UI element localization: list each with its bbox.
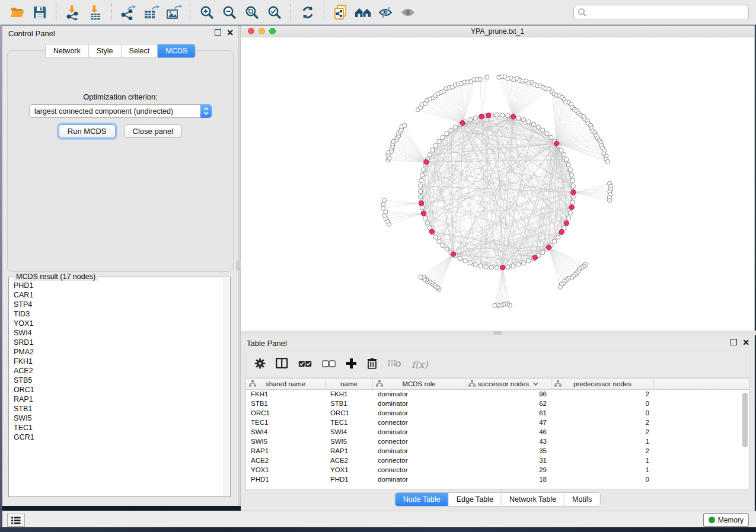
table-settings-gear-icon[interactable] bbox=[254, 358, 266, 371]
export-table-button[interactable] bbox=[142, 4, 160, 21]
cell-name: PHD1 bbox=[326, 475, 373, 485]
column-header-shared-name[interactable]: shared name bbox=[246, 379, 326, 389]
float-panel-icon[interactable] bbox=[215, 29, 221, 36]
deselect-all-icon[interactable] bbox=[322, 359, 336, 370]
cell-shared_name: TEC1 bbox=[246, 418, 326, 428]
mcds-result-item[interactable]: TID3 bbox=[14, 309, 223, 319]
save-session-button[interactable] bbox=[31, 4, 49, 21]
optimization-criterion-dropdown[interactable]: largest connected component (undirected) bbox=[29, 104, 212, 118]
mcds-result-item[interactable]: ORC1 bbox=[14, 385, 223, 395]
network-home-button[interactable] bbox=[355, 4, 372, 21]
run-mcds-button[interactable]: Run MCDS bbox=[59, 124, 116, 138]
mcds-result-item[interactable]: SRD1 bbox=[14, 338, 223, 347]
cell-mcds_role: connector bbox=[373, 437, 465, 447]
column-header-predecessor-nodes[interactable]: predecessor nodes bbox=[551, 379, 654, 389]
open-file-button[interactable] bbox=[8, 4, 26, 21]
tab-style[interactable]: Style bbox=[89, 44, 122, 57]
mcds-result-item[interactable]: PMA2 bbox=[14, 347, 223, 357]
mcds-result-item[interactable]: YOX1 bbox=[14, 319, 223, 328]
mcds-result-item[interactable]: FKH1 bbox=[14, 357, 223, 366]
mcds-result-item[interactable]: ACE2 bbox=[14, 366, 223, 376]
import-network-button[interactable] bbox=[64, 4, 82, 21]
table-row[interactable]: ORC1ORC1dominator610 bbox=[246, 409, 749, 418]
import-table-button[interactable] bbox=[87, 4, 104, 21]
column-header-name[interactable]: name bbox=[326, 379, 373, 389]
mcds-result-item[interactable]: STB5 bbox=[14, 376, 223, 385]
mcds-result-item[interactable]: SWI4 bbox=[14, 328, 223, 338]
export-image-button[interactable] bbox=[165, 4, 183, 21]
cell-successor_nodes: 47 bbox=[465, 418, 551, 428]
table-row[interactable]: STB1STB1dominator620 bbox=[246, 399, 749, 409]
table-tab-edge-table[interactable]: Edge Table bbox=[449, 493, 502, 506]
mcds-result-item[interactable]: STP4 bbox=[14, 300, 223, 309]
network-canvas[interactable] bbox=[241, 37, 754, 331]
table-row[interactable]: PHD1PHD1dominator180 bbox=[246, 475, 749, 485]
select-all-icon[interactable] bbox=[298, 359, 312, 370]
zoom-out-button[interactable] bbox=[221, 4, 238, 21]
delete-column-trash-icon[interactable] bbox=[367, 358, 377, 371]
clone-network-button[interactable] bbox=[332, 4, 350, 21]
mcds-result-item[interactable]: PHD1 bbox=[14, 281, 223, 290]
table-scrollbar-thumb[interactable] bbox=[742, 393, 748, 447]
cell-successor_nodes: 29 bbox=[465, 466, 551, 475]
table-row[interactable]: RAP1RAP1dominator352 bbox=[246, 447, 749, 456]
network-view-window: YPA_prune.txt_1 bbox=[241, 25, 755, 331]
cell-name: FKH1 bbox=[326, 390, 373, 399]
table-row[interactable]: SWI5SWI5connector431 bbox=[246, 437, 749, 447]
table-row[interactable]: ACE2ACE2connector311 bbox=[246, 456, 749, 466]
network-window-title: YPA_prune.txt_1 bbox=[241, 27, 754, 36]
horizontal-split-grip[interactable] bbox=[493, 331, 502, 335]
close-panel-button[interactable]: Close panel bbox=[124, 124, 183, 138]
add-column-icon[interactable] bbox=[346, 358, 357, 371]
mcds-result-item[interactable]: TEC1 bbox=[14, 423, 223, 432]
mcds-result-item[interactable]: RAP1 bbox=[14, 395, 223, 404]
split-columns-icon[interactable] bbox=[276, 358, 288, 371]
table-tab-network-table[interactable]: Network Table bbox=[502, 493, 564, 506]
table-row[interactable]: FKH1FKH1dominator962 bbox=[246, 390, 749, 399]
tab-mcds[interactable]: MCDS bbox=[158, 44, 195, 57]
float-table-panel-icon[interactable] bbox=[731, 339, 737, 345]
zoom-fit-button[interactable] bbox=[243, 4, 261, 21]
cell-successor_nodes: 43 bbox=[465, 437, 551, 447]
cell-name: RAP1 bbox=[326, 447, 373, 456]
memory-button[interactable]: Memory bbox=[703, 513, 749, 527]
close-table-panel-icon[interactable]: ✕ bbox=[742, 339, 749, 345]
toolbar-separator bbox=[111, 4, 113, 21]
cell-successor_nodes: 18 bbox=[465, 475, 551, 485]
search-input[interactable] bbox=[587, 8, 748, 17]
cell-predecessor_nodes: 0 bbox=[551, 409, 654, 418]
mcds-result-scrollbar[interactable] bbox=[224, 278, 229, 496]
column-header-MCDS-role[interactable]: MCDS role bbox=[373, 379, 465, 389]
show-graphics-details-button[interactable] bbox=[400, 4, 417, 21]
table-row[interactable]: TEC1TEC1connector472 bbox=[246, 418, 749, 428]
delete-table-icon bbox=[387, 359, 401, 370]
mcds-result-item[interactable]: GCR1 bbox=[14, 432, 223, 442]
control-panel: Control Panel ✕ NetworkStyleSelectMCDS O… bbox=[2, 25, 238, 506]
zoom-selected-button[interactable] bbox=[266, 4, 283, 21]
app-window: Control Panel ✕ NetworkStyleSelectMCDS O… bbox=[0, 0, 756, 527]
cell-mcds_role: connector bbox=[373, 418, 465, 428]
table-row[interactable]: SWI4SWI4dominator462 bbox=[246, 428, 749, 437]
search-field[interactable] bbox=[573, 5, 749, 20]
table-tab-motifs[interactable]: Motifs bbox=[564, 493, 599, 506]
column-header-successor-nodes[interactable]: successor nodes bbox=[465, 379, 551, 389]
mcds-result-list[interactable]: PHD1CAR1STP4TID3YOX1SWI4SRD1PMA2FKH1ACE2… bbox=[14, 281, 223, 495]
hide-graphics-details-button[interactable] bbox=[377, 4, 395, 21]
task-history-button[interactable] bbox=[7, 514, 25, 527]
mcds-result-item[interactable]: CAR1 bbox=[14, 290, 223, 300]
optimization-criterion-label: Optimization criterion: bbox=[8, 92, 233, 101]
mcds-result-item[interactable]: SWI5 bbox=[14, 414, 223, 423]
tab-select[interactable]: Select bbox=[122, 44, 158, 57]
cell-name: ORC1 bbox=[326, 409, 373, 418]
close-panel-icon[interactable]: ✕ bbox=[227, 30, 234, 36]
cell-mcds_role: dominator bbox=[373, 447, 465, 456]
refresh-button[interactable] bbox=[299, 4, 317, 21]
zoom-in-button[interactable] bbox=[198, 4, 216, 21]
export-network-button[interactable] bbox=[120, 4, 138, 21]
table-tab-node-table[interactable]: Node Table bbox=[395, 493, 449, 506]
cell-mcds_role: dominator bbox=[373, 390, 465, 399]
mcds-result-item[interactable]: STB1 bbox=[14, 404, 223, 414]
tab-network[interactable]: Network bbox=[46, 44, 89, 57]
status-bar: Memory bbox=[2, 511, 756, 528]
table-row[interactable]: YOX1YOX1connector291 bbox=[246, 466, 749, 475]
